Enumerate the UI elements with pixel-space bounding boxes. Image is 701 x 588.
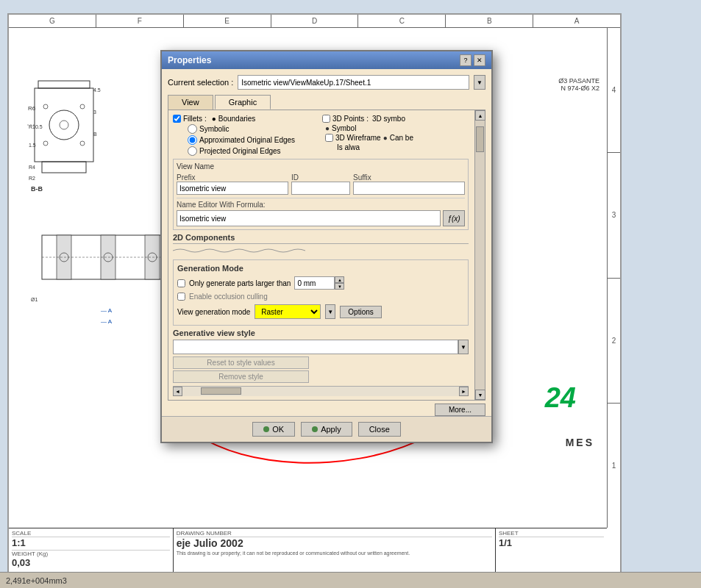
symbolic-radio[interactable] <box>188 124 197 134</box>
svg-rect-2 <box>42 162 86 173</box>
frame-label-c: C <box>358 15 446 27</box>
close-button[interactable]: Close <box>358 422 401 437</box>
svg-point-6 <box>80 104 85 109</box>
vscroll-up-button[interactable]: ▲ <box>475 110 485 121</box>
svg-text:— A: — A <box>101 318 113 325</box>
apply-dot <box>312 426 318 432</box>
close-dialog-button[interactable]: ✕ <box>474 54 485 66</box>
help-button[interactable]: ? <box>460 54 472 66</box>
sheet-label: SHEET <box>499 530 604 537</box>
tab-view[interactable]: View <box>168 95 213 110</box>
options-section: Fillets : ● Boundaries Symbolic Approxim… <box>173 115 469 156</box>
boundaries-label: Boundaries <box>218 115 256 123</box>
occlusion-checkbox[interactable] <box>177 293 185 301</box>
more-button[interactable]: More... <box>435 404 485 416</box>
selection-dropdown-btn[interactable]: ▼ <box>474 75 485 90</box>
copyright-text: This drawing is our property; it can not… <box>177 551 492 556</box>
spinner-up-button[interactable]: ▲ <box>335 276 344 283</box>
hscroll-left-button[interactable]: ◄ <box>173 387 182 396</box>
only-generate-spinner: ▲ ▼ <box>294 276 344 290</box>
pitch-text: N 974-Ø6 X2 <box>558 85 599 92</box>
gen-view-style-label: Generative view style <box>173 329 469 337</box>
generation-mode-label: Generation Mode <box>177 264 464 273</box>
weight-value: 0,03 <box>12 557 170 568</box>
pasante-text: Ø3 PASANTE <box>558 77 599 85</box>
drawing-number-label: DRAWING NUMBER <box>177 530 492 537</box>
reset-style-button[interactable]: Reset to style values <box>173 356 309 369</box>
dialog-footer: OK Apply Close <box>162 416 491 442</box>
sheet-value: 1/1 <box>499 537 604 548</box>
current-selection-row: Current selection : ▼ <box>168 75 485 90</box>
options-button[interactable]: Options <box>340 306 381 318</box>
mes-text: MES <box>566 437 594 448</box>
status-bar: 2,491e+004mm3 <box>0 572 701 588</box>
current-selection-input[interactable] <box>238 75 469 90</box>
mechanical-drawing-left: R6 B-B 4.5 3 B 1.5 R4 R2 R10.5 <box>27 74 174 235</box>
apply-button[interactable]: Apply <box>301 422 352 437</box>
raster-select[interactable]: Raster <box>255 304 321 319</box>
coords-display: 2,491e+004mm3 <box>6 576 67 585</box>
remove-style-button[interactable]: Remove style <box>173 370 309 383</box>
frame-label-d: D <box>271 15 359 27</box>
svg-text:R4: R4 <box>29 165 35 170</box>
view-gen-mode-row: View generation mode Raster ▼ Options <box>177 304 464 319</box>
gen-view-style-section: Generative view style ▼ Reset to style v… <box>173 329 469 383</box>
wireframe-row: 3D Wireframe ● Can be <box>322 134 469 142</box>
wavy-decoration <box>173 246 320 255</box>
prefix-label: Prefix <box>177 173 288 182</box>
symbolic-row: Symbolic <box>173 124 319 134</box>
projected-edges-row: Projected Original Edges <box>173 146 319 156</box>
svg-text:4.5: 4.5 <box>93 87 101 93</box>
vscroll-down-button[interactable]: ▼ <box>475 390 485 400</box>
id-input[interactable] <box>291 182 350 195</box>
3d-wireframe-checkbox[interactable] <box>325 134 333 142</box>
tabs-row: View Graphic <box>168 95 485 110</box>
2d-components-section: 2D Components <box>173 233 469 257</box>
apply-label: Apply <box>321 425 341 434</box>
svg-point-4 <box>60 121 68 129</box>
is-always-row: Is alwa <box>322 143 469 151</box>
fillets-row: Fillets : ● Boundaries <box>173 115 319 123</box>
projected-edges-radio[interactable] <box>188 146 197 156</box>
titlebar-buttons: ? ✕ <box>460 54 485 66</box>
only-generate-label: Only generate parts larger than <box>189 279 291 287</box>
scale-value: 1:1 <box>12 537 170 548</box>
vscroll-thumb <box>476 126 484 152</box>
id-label: ID <box>291 173 350 182</box>
spinner-down-button[interactable]: ▼ <box>335 283 344 290</box>
formula-button[interactable]: ƒ(x) <box>443 210 465 226</box>
prefix-input[interactable] <box>177 182 288 195</box>
row-label-1: 1 <box>608 404 620 528</box>
view-gen-mode-label: View generation mode <box>177 308 250 316</box>
wireframe-label: 3D Wireframe <box>335 134 381 142</box>
style-dropdown-btn[interactable]: ▼ <box>458 340 469 354</box>
ok-button[interactable]: OK <box>252 422 295 437</box>
symbol-label: Symbol <box>332 124 356 132</box>
drawing-number-value: eje Julio 2002 <box>177 537 492 549</box>
scale-label: SCALE <box>12 530 170 537</box>
projected-edges-label: Projected Original Edges <box>199 147 281 155</box>
name-editor-input[interactable] <box>177 210 441 226</box>
only-generate-input[interactable] <box>294 276 335 290</box>
svg-point-5 <box>43 104 48 109</box>
fillets-checkbox[interactable] <box>173 115 181 123</box>
frame-label-e: E <box>184 15 271 27</box>
style-input[interactable] <box>173 340 458 354</box>
frame-label-f: F <box>96 15 184 27</box>
suffix-input[interactable] <box>353 182 465 195</box>
approx-edges-label: Approximated Original Edges <box>199 136 295 144</box>
only-generate-checkbox[interactable] <box>177 279 185 287</box>
hscroll-right-button[interactable]: ► <box>459 387 469 396</box>
pasante-annotation: Ø3 PASANTE N 974-Ø6 X2 <box>558 77 599 92</box>
approx-edges-radio[interactable] <box>188 135 197 145</box>
symbolic-label: Symbolic <box>199 125 229 133</box>
hscrollbar: ◄ ► <box>173 386 469 395</box>
3d-symbols-label: 3D symbo <box>372 115 405 123</box>
fillets-label: Fillets : <box>183 115 207 123</box>
frame-label-a: A <box>533 15 620 27</box>
vscrollbar: ▲ ▼ <box>474 110 485 400</box>
tab-graphic[interactable]: Graphic <box>215 95 271 110</box>
occlusion-label: Enable occlusion culling <box>189 293 268 301</box>
raster-dropdown-btn[interactable]: ▼ <box>325 304 335 319</box>
3d-points-checkbox[interactable] <box>322 115 330 123</box>
